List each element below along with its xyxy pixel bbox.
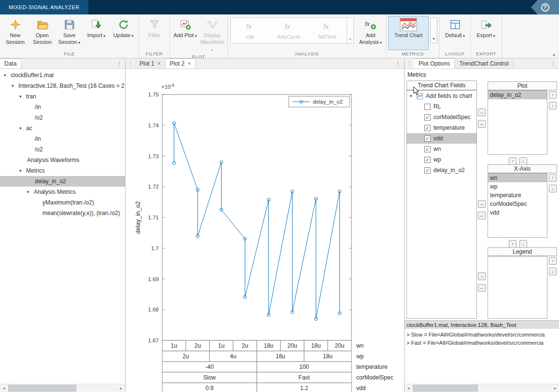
field-delay-in-o2[interactable]: delay_in_o2	[407, 165, 476, 176]
tree-item-in[interactable]: /in	[0, 134, 125, 144]
tab-plot-1[interactable]: Plot 1×	[135, 58, 166, 68]
tree-item-o2[interactable]: /o2	[0, 144, 125, 155]
tab-label: Plot 2	[170, 60, 185, 67]
tree-item-in[interactable]: /in	[0, 102, 125, 112]
checkbox-checked-icon[interactable]	[424, 135, 431, 142]
scrollbar-track[interactable]	[8, 384, 117, 392]
list-item-wp[interactable]: wp	[488, 182, 547, 191]
xaxis-scroll-down-button[interactable]: ↓	[549, 185, 557, 192]
close-icon[interactable]: ×	[187, 60, 191, 67]
add-to-xaxis-button[interactable]: →	[478, 200, 486, 208]
list-item-vdd[interactable]: vdd	[488, 208, 547, 217]
panel-menu-icon[interactable]: ⋮	[392, 58, 404, 68]
gallery-expand-icon[interactable]: ▾	[347, 18, 353, 43]
new-session-button[interactable]: New Session	[2, 16, 28, 50]
toolbar-section-analysis: fxclipfxdutyCyclefxfallTime▾fxAdd Analys…	[228, 14, 386, 58]
checkbox-checked-icon[interactable]	[424, 114, 431, 121]
panel-menu-icon[interactable]: ⋮	[113, 58, 125, 68]
tree-item-ymaximum-tran-o2[interactable]: yMaximum(tran./o2)	[0, 197, 125, 208]
list-item-delay-in-o2[interactable]: delay_in_o2	[488, 91, 547, 99]
tree-item-metrics[interactable]: ▾Metrics	[0, 165, 125, 176]
remove-from-legend-button[interactable]: ←	[478, 284, 486, 292]
tab-trendchart-control[interactable]: TrendChart Control	[455, 58, 513, 68]
trend-chart-dropdown-button[interactable]: ▾	[430, 17, 437, 43]
field-temperature[interactable]: temperature	[407, 122, 476, 133]
scroll-right-icon[interactable]: ►	[117, 384, 125, 392]
scrollbar-track[interactable]	[412, 384, 551, 392]
legend-scroll-up-button[interactable]: ↑	[549, 257, 557, 265]
splitter-grip-icon[interactable]: ⋮	[126, 58, 135, 68]
help-icon[interactable]: ?	[541, 3, 549, 12]
tree-item-interactive-128-bash-test-16-cases-2[interactable]: ▾Interactive.128, Bash_Test (16 Cases = …	[0, 81, 125, 91]
add-analysis-button[interactable]: fxAdd Analysis ▾	[357, 16, 384, 50]
list-item-temperature[interactable]: temperature	[488, 191, 547, 200]
plot-move-down-button[interactable]: ↓	[519, 157, 527, 165]
tree-item-ac[interactable]: ▾ac	[0, 123, 125, 134]
trend-chart-button[interactable]: Trend Chart	[388, 16, 429, 50]
save-session-button[interactable]: Save Session ▾	[56, 16, 83, 50]
checkbox-checked-icon[interactable]	[424, 125, 431, 131]
tree-item-delay-in-o2[interactable]: delay_in_o2	[0, 176, 125, 187]
close-icon[interactable]: ×	[157, 60, 161, 67]
field-vdd[interactable]: vdd	[407, 133, 476, 144]
remove-from-plot-button[interactable]: ←	[478, 120, 486, 128]
remove-from-xaxis-button[interactable]: ←	[478, 212, 486, 219]
xaxis-move-down-button[interactable]: ↓	[519, 240, 527, 248]
panel-menu-icon[interactable]: ⋮	[547, 58, 559, 68]
list-item-cormodelspec[interactable]: corModelSpec	[488, 200, 547, 208]
tab-plot-options[interactable]: Plot Options	[414, 58, 455, 68]
collapse-ribbon-icon[interactable]: ▴	[553, 52, 555, 57]
splitter-grip-icon[interactable]: ⋮	[405, 58, 414, 68]
horizontal-scrollbar[interactable]: ◄ ►	[0, 384, 125, 392]
tree-item-analysis-metrics[interactable]: ▾Analysis Metrics	[0, 187, 125, 197]
scrollbar-thumb[interactable]	[413, 385, 478, 392]
update-button[interactable]: Update ▾	[110, 16, 137, 50]
list-item-wn[interactable]: wn	[488, 174, 547, 182]
app-tab[interactable]: MIXED-SIGNAL ANALYZER	[0, 0, 88, 14]
tree-item-o2[interactable]: /o2	[0, 112, 125, 123]
toolbar-section-layout: Default ▾LAYOUT	[440, 14, 471, 58]
scroll-left-icon[interactable]: ◄	[405, 384, 412, 392]
add-to-legend-button[interactable]: →	[478, 272, 486, 280]
plot-scroll-up-button[interactable]: ↑	[549, 91, 557, 99]
plot-scroll-down-button[interactable]: ↓	[549, 102, 557, 109]
tree-item-analysis-waveforms[interactable]: Analysis Waveforms	[0, 155, 125, 165]
tree-item-clockbuffer1-mat[interactable]: ▾clockBuffer1.mat	[0, 70, 125, 81]
xaxis-move-up-button[interactable]: ↑	[509, 240, 517, 248]
tab-label: Plot Options	[419, 60, 450, 67]
tree-item-mean-slewrate-y-x-tran-o2[interactable]: mean(slewrate(y,x)), (tran./o2)	[0, 208, 125, 218]
expander-down-icon[interactable]: ▾	[19, 126, 26, 131]
trend-chart[interactable]: 1.671.681.691.71.711.721.731.741.75×10-9…	[126, 69, 404, 392]
add-to-plot-button[interactable]: →	[478, 108, 486, 116]
open-session-button[interactable]: Open Session	[29, 16, 56, 50]
expander-down-icon[interactable]: ▾	[19, 94, 26, 99]
add-plot-button[interactable]: Add Plot ▾	[172, 16, 198, 53]
checkbox-checked-icon[interactable]	[424, 157, 431, 163]
import-button[interactable]: Import ▾	[83, 16, 110, 50]
scroll-left-icon[interactable]: ◄	[0, 384, 8, 392]
plot-move-up-button[interactable]: ↑	[509, 157, 517, 165]
expander-down-icon[interactable]: ▾	[27, 189, 34, 194]
horizontal-scrollbar[interactable]: ◄ ►	[405, 384, 559, 392]
xaxis-scroll-up-button[interactable]: ↑	[549, 174, 557, 182]
scrollbar-thumb[interactable]	[8, 385, 76, 392]
field-wp[interactable]: wp	[407, 154, 476, 165]
chart-legend[interactable]: delay_in_o2	[289, 96, 349, 107]
default-layout-button[interactable]: Default ▾	[442, 16, 468, 50]
fx-icon: fx	[244, 21, 256, 33]
field-cormodelspec[interactable]: corModelSpec	[407, 112, 476, 122]
checkbox-unchecked-icon[interactable]	[424, 104, 431, 110]
tree-item-tran[interactable]: ▾tran	[0, 91, 125, 102]
expander-down-icon[interactable]: ▾	[4, 73, 11, 78]
tab-data[interactable]: Data	[0, 58, 21, 68]
legend-scroll-down-button[interactable]: ↓	[549, 268, 557, 275]
checkbox-checked-icon[interactable]	[424, 146, 431, 152]
expander-down-icon[interactable]: ▾	[19, 168, 26, 173]
expander-down-icon[interactable]: ▾	[12, 83, 18, 88]
field-rl[interactable]: RL	[407, 101, 476, 112]
export-button[interactable]: Export ▾	[473, 16, 499, 50]
scroll-right-icon[interactable]: ►	[551, 384, 559, 392]
help-banner[interactable]: ?	[531, 0, 559, 14]
field-wn[interactable]: wn	[407, 144, 476, 154]
checkbox-checked-icon[interactable]	[424, 167, 431, 174]
